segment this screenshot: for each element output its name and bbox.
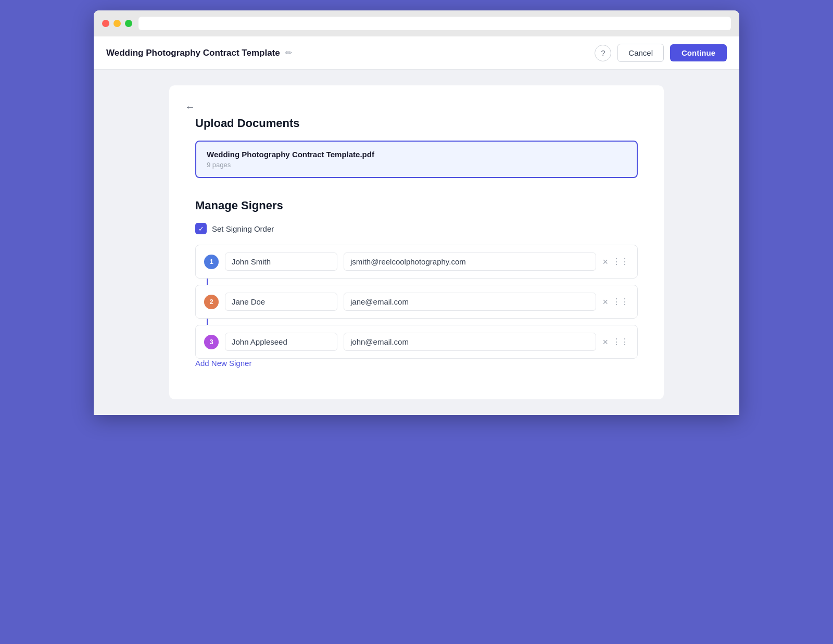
signers-list: 1 × ⋮⋮ 2 bbox=[195, 245, 638, 359]
signer-remove-button-1[interactable]: × bbox=[602, 257, 608, 267]
signer-drag-handle-1[interactable]: ⋮⋮ bbox=[612, 257, 629, 267]
table-row: 2 × ⋮⋮ bbox=[195, 285, 638, 319]
header-right: ? Cancel Continue bbox=[595, 44, 727, 62]
table-row: 1 × ⋮⋮ bbox=[195, 245, 638, 279]
signer-actions-2: × ⋮⋮ bbox=[602, 297, 629, 307]
cancel-button[interactable]: Cancel bbox=[617, 44, 664, 62]
minimize-button[interactable] bbox=[113, 20, 121, 27]
signer-email-input-3[interactable] bbox=[344, 333, 596, 351]
upload-section: Upload Documents Wedding Photography Con… bbox=[195, 117, 638, 178]
edit-title-icon[interactable]: ✏ bbox=[285, 48, 292, 58]
signer-name-input-3[interactable] bbox=[225, 333, 337, 351]
browser-body: Wedding Photography Contract Template ✏ … bbox=[94, 36, 739, 415]
document-card: Wedding Photography Contract Template.pd… bbox=[195, 141, 638, 178]
signer-actions-3: × ⋮⋮ bbox=[602, 337, 629, 347]
signer-email-input-1[interactable] bbox=[344, 252, 596, 271]
signer-badge-2: 2 bbox=[204, 295, 219, 309]
signers-section: Manage Signers ✓ Set Signing Order 1 bbox=[195, 199, 638, 368]
help-button[interactable]: ? bbox=[595, 45, 611, 61]
signer-remove-button-2[interactable]: × bbox=[602, 297, 608, 307]
browser-window: Wedding Photography Contract Template ✏ … bbox=[94, 10, 739, 415]
signing-order-label: Set Signing Order bbox=[212, 224, 274, 233]
signer-badge-1: 1 bbox=[204, 255, 219, 269]
signer-drag-handle-3[interactable]: ⋮⋮ bbox=[612, 337, 629, 347]
continue-button[interactable]: Continue bbox=[670, 44, 727, 61]
signing-order-row: ✓ Set Signing Order bbox=[195, 223, 638, 234]
maximize-button[interactable] bbox=[125, 20, 132, 27]
table-row: 3 × ⋮⋮ bbox=[195, 325, 638, 359]
add-signer-button[interactable]: Add New Signer bbox=[195, 359, 251, 368]
signer-name-input-1[interactable] bbox=[225, 252, 337, 271]
back-button[interactable]: ← bbox=[185, 101, 195, 113]
signer-remove-button-3[interactable]: × bbox=[602, 337, 608, 347]
traffic-lights bbox=[102, 20, 132, 27]
signer-actions-1: × ⋮⋮ bbox=[602, 257, 629, 267]
signer-badge-3: 3 bbox=[204, 335, 219, 349]
document-name: Wedding Photography Contract Template.pd… bbox=[207, 150, 626, 159]
document-pages: 9 pages bbox=[207, 161, 626, 169]
signing-order-checkbox[interactable]: ✓ bbox=[195, 223, 207, 234]
signer-drag-handle-2[interactable]: ⋮⋮ bbox=[612, 297, 629, 307]
address-bar[interactable] bbox=[138, 17, 731, 30]
signers-section-title: Manage Signers bbox=[195, 199, 638, 212]
page-title: Wedding Photography Contract Template bbox=[106, 48, 280, 58]
signer-name-input-2[interactable] bbox=[225, 293, 337, 311]
signers-list-container: 1 × ⋮⋮ 2 bbox=[195, 245, 638, 359]
close-button[interactable] bbox=[102, 20, 109, 27]
upload-section-title: Upload Documents bbox=[195, 117, 638, 130]
main-content: ← Upload Documents Wedding Photography C… bbox=[94, 70, 739, 415]
app-header: Wedding Photography Contract Template ✏ … bbox=[94, 36, 739, 70]
browser-titlebar bbox=[94, 10, 739, 36]
signer-email-input-2[interactable] bbox=[344, 293, 596, 311]
content-card: ← Upload Documents Wedding Photography C… bbox=[169, 85, 664, 399]
header-left: Wedding Photography Contract Template ✏ bbox=[106, 48, 292, 58]
